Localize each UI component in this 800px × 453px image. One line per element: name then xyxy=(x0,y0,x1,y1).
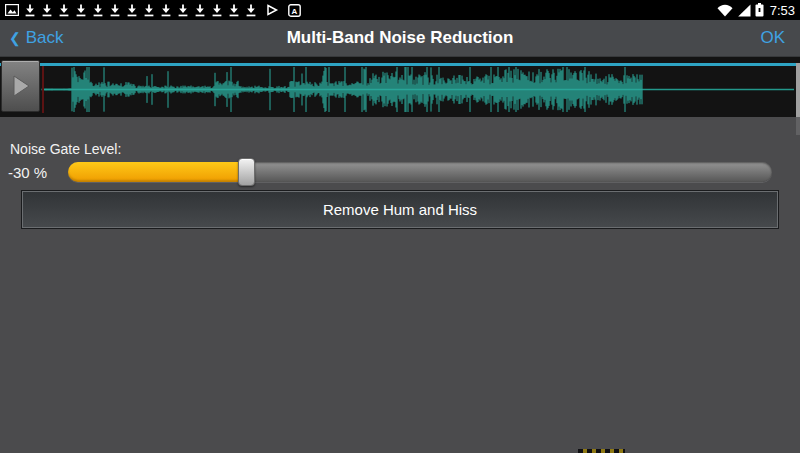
noise-gate-slider[interactable] xyxy=(68,162,772,182)
battery-icon xyxy=(755,3,764,17)
scrollbar-track xyxy=(796,117,800,135)
status-bar: A 7:53 xyxy=(0,0,800,20)
page-title: Multi-Band Noise Reduction xyxy=(0,28,800,48)
header-bar: ❮ Back Multi-Band Noise Reduction OK xyxy=(0,20,800,57)
download-icon xyxy=(211,4,223,17)
notification-icon-area: A xyxy=(5,4,301,17)
play-triangle-icon xyxy=(11,74,31,98)
cell-signal-icon xyxy=(737,4,751,17)
noise-gate-label: Noise Gate Level: xyxy=(10,141,121,157)
back-label: Back xyxy=(26,28,64,48)
play-button[interactable] xyxy=(1,60,40,112)
download-icon xyxy=(245,4,257,17)
slider-fill xyxy=(68,162,246,182)
slider-thumb[interactable] xyxy=(238,158,255,186)
clock: 7:53 xyxy=(768,3,795,18)
screenshot-icon xyxy=(5,4,19,16)
download-icon xyxy=(24,4,36,17)
remove-hum-hiss-button[interactable]: Remove Hum and Hiss xyxy=(22,191,778,228)
download-icon xyxy=(160,4,172,17)
letter-a-badge-icon: A xyxy=(288,4,301,17)
download-icon xyxy=(75,4,87,17)
download-icon xyxy=(228,4,240,17)
download-icon xyxy=(177,4,189,17)
back-button[interactable]: ❮ Back xyxy=(9,28,64,48)
download-icon xyxy=(143,4,155,17)
play-outline-icon xyxy=(266,4,279,16)
audio-waveform xyxy=(0,66,800,113)
system-status-icons: 7:53 xyxy=(717,3,795,18)
waveform-panel[interactable] xyxy=(0,57,800,117)
noise-gate-value: -30 % xyxy=(8,164,47,181)
ok-button[interactable]: OK xyxy=(760,28,785,48)
playhead-cursor xyxy=(42,66,44,113)
watermark-fragment xyxy=(578,449,625,453)
svg-text:A: A xyxy=(292,6,298,15)
download-icon xyxy=(92,4,104,17)
scrollbar[interactable] xyxy=(796,63,800,117)
download-icon xyxy=(58,4,70,17)
download-icon xyxy=(126,4,138,17)
multi-band-noise-reduction-screen: { "statusbar": { "time": "7:53", "downlo… xyxy=(0,0,800,453)
download-icon xyxy=(41,4,53,17)
download-icon xyxy=(109,4,121,17)
download-icon-group xyxy=(24,4,257,17)
back-chevron-icon: ❮ xyxy=(9,30,21,46)
download-icon xyxy=(194,4,206,17)
wifi-icon xyxy=(717,4,733,17)
